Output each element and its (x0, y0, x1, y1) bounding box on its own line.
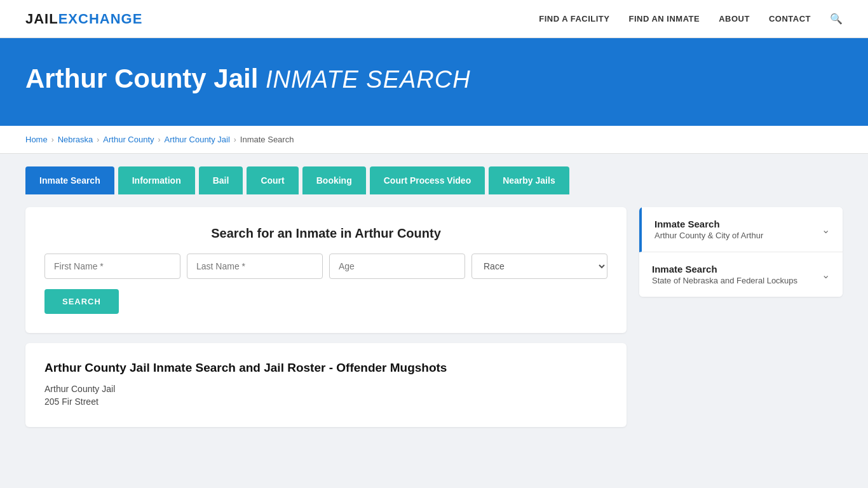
main-content: Search for an Inmate in Arthur County Ra… (0, 194, 868, 488)
breadcrumb-sep-4: › (234, 135, 236, 144)
breadcrumb-sep-1: › (51, 135, 54, 144)
nav-find-facility[interactable]: FIND A FACILITY (539, 14, 609, 24)
logo-part2: EXCHANGE (58, 11, 143, 27)
sidebar-item-text-nebraska: Inmate Search State of Nebraska and Fede… (652, 264, 797, 285)
sidebar-item-subtitle-nebraska: State of Nebraska and Federal Lockups (652, 276, 797, 285)
jail-address: 205 Fir Street (44, 396, 607, 407)
race-select[interactable]: Race White Black Hispanic Asian Other (471, 254, 607, 279)
logo-part1: JAIL (25, 11, 58, 27)
search-icon[interactable]: 🔍 (830, 13, 843, 25)
breadcrumb: Home › Nebraska › Arthur County › Arthur… (25, 135, 843, 144)
tab-information[interactable]: Information (118, 166, 195, 194)
tab-court[interactable]: Court (247, 166, 298, 194)
hero-title-bold: Arthur County Jail (25, 64, 258, 93)
sidebar-item-title-arthur: Inmate Search (654, 219, 763, 229)
tab-court-process-video[interactable]: Court Process Video (370, 166, 485, 194)
chevron-down-icon-2: ⌄ (822, 269, 830, 281)
age-input[interactable] (329, 254, 465, 279)
breadcrumb-bar: Home › Nebraska › Arthur County › Arthur… (0, 126, 868, 154)
search-button[interactable]: SEARCH (44, 289, 119, 314)
info-heading: Arthur County Jail Inmate Search and Jai… (44, 361, 607, 375)
tab-bar: Inmate Search Information Bail Court Boo… (0, 154, 868, 194)
nav-find-inmate[interactable]: FIND AN INMATE (628, 14, 700, 24)
sidebar-item-nebraska[interactable]: Inmate Search State of Nebraska and Fede… (639, 252, 843, 297)
logo[interactable]: JAILEXCHANGE (25, 11, 142, 27)
nav-links: FIND A FACILITY FIND AN INMATE ABOUT CON… (539, 13, 843, 25)
search-card: Search for an Inmate in Arthur County Ra… (25, 207, 627, 333)
nav-about[interactable]: ABOUT (719, 14, 750, 24)
right-column: Inmate Search Arthur County & City of Ar… (639, 207, 843, 487)
sidebar-item-arthur[interactable]: Inmate Search Arthur County & City of Ar… (639, 207, 843, 252)
search-fields: Race White Black Hispanic Asian Other (44, 254, 607, 279)
last-name-input[interactable] (187, 254, 323, 279)
breadcrumb-home[interactable]: Home (25, 135, 48, 144)
breadcrumb-nebraska[interactable]: Nebraska (58, 135, 93, 144)
sidebar-card: Inmate Search Arthur County & City of Ar… (639, 207, 843, 297)
search-heading: Search for an Inmate in Arthur County (44, 226, 607, 241)
breadcrumb-sep-3: › (158, 135, 161, 144)
tab-booking[interactable]: Booking (302, 166, 366, 194)
nav-contact[interactable]: CONTACT (769, 14, 811, 24)
breadcrumb-sep-2: › (97, 135, 99, 144)
sidebar-item-subtitle-arthur: Arthur County & City of Arthur (654, 231, 763, 240)
tab-bail[interactable]: Bail (199, 166, 243, 194)
top-nav: JAILEXCHANGE FIND A FACILITY FIND AN INM… (0, 0, 868, 38)
breadcrumb-arthur-county[interactable]: Arthur County (103, 135, 154, 144)
chevron-down-icon: ⌄ (822, 224, 830, 236)
sidebar-item-title-nebraska: Inmate Search (652, 264, 797, 274)
breadcrumb-current: Inmate Search (240, 135, 294, 144)
tab-inmate-search[interactable]: Inmate Search (25, 166, 114, 194)
hero-title-italic: INMATE SEARCH (266, 66, 471, 93)
first-name-input[interactable] (44, 254, 180, 279)
sidebar-item-text-arthur: Inmate Search Arthur County & City of Ar… (654, 219, 763, 240)
left-column: Search for an Inmate in Arthur County Ra… (25, 207, 627, 487)
jail-name: Arthur County Jail (44, 384, 607, 394)
hero-section: Arthur County Jail INMATE SEARCH (0, 38, 868, 126)
info-card: Arthur County Jail Inmate Search and Jai… (25, 343, 627, 427)
page-title: Arthur County Jail INMATE SEARCH (25, 64, 843, 94)
tab-nearby-jails[interactable]: Nearby Jails (489, 166, 569, 194)
breadcrumb-arthur-county-jail[interactable]: Arthur County Jail (165, 135, 230, 144)
